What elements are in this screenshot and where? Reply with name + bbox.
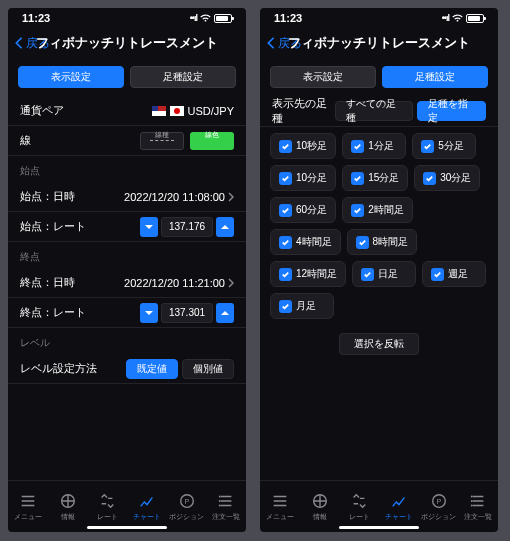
check-icon	[356, 236, 369, 249]
row-start-rate: 始点：レート 137.176	[8, 212, 246, 242]
svg-point-5	[219, 504, 221, 506]
pair-value: USD/JPY	[188, 105, 234, 117]
chip-month[interactable]: 月足	[270, 293, 334, 319]
row-start-datetime[interactable]: 始点：日時 2022/12/20 11:08:00	[8, 182, 246, 212]
end-dt-value: 2022/12/20 11:21:00	[124, 277, 225, 289]
chip-5min[interactable]: 5分足	[412, 133, 476, 159]
battery-icon	[214, 14, 232, 23]
svg-point-4	[219, 500, 221, 502]
chip-week[interactable]: 週足	[422, 261, 486, 287]
chevron-right-icon	[228, 192, 234, 202]
rate-end-down-button[interactable]	[140, 303, 158, 323]
status-icons: ••ıl	[190, 13, 232, 23]
invert-selection-button[interactable]: 選択を反転	[339, 333, 419, 355]
rate-start-up-button[interactable]	[216, 217, 234, 237]
tab-position[interactable]: Pポジション	[167, 483, 207, 530]
wifi-icon	[200, 14, 211, 22]
tab-position[interactable]: Pポジション	[419, 483, 459, 530]
tab-info[interactable]: 情報	[48, 483, 88, 530]
status-bar: 11:23 ••ıl	[8, 8, 246, 28]
wifi-icon	[452, 14, 463, 22]
signal-icon: ••ıl	[442, 13, 449, 23]
tab-menu[interactable]: メニュー	[260, 483, 300, 530]
signal-icon: ••ıl	[190, 13, 197, 23]
tab-rate[interactable]: レート	[339, 483, 379, 530]
check-icon	[351, 140, 364, 153]
check-icon	[279, 236, 292, 249]
rate-end-up-button[interactable]	[216, 303, 234, 323]
specify-legtypes-button[interactable]: 足種を指定	[417, 101, 486, 121]
chip-10sec[interactable]: 10秒足	[270, 133, 336, 159]
all-legtypes-button[interactable]: すべての足種	[335, 101, 413, 121]
check-icon	[279, 204, 292, 217]
svg-point-11	[471, 504, 473, 506]
status-bar: 11:23 ••ıl	[260, 8, 498, 28]
chip-day[interactable]: 日足	[352, 261, 416, 287]
row-end-datetime[interactable]: 終点：日時 2022/12/20 11:21:00	[8, 268, 246, 298]
start-rate-label: 始点：レート	[20, 219, 86, 234]
tab-display-settings[interactable]: 表示設定	[270, 66, 376, 88]
chip-4hour[interactable]: 4時間足	[270, 229, 341, 255]
nav-bar: 戻る フィボナッチリトレースメント	[8, 28, 246, 58]
level-preset-button[interactable]: 既定値	[126, 359, 178, 379]
status-icons: ••ıl	[442, 13, 484, 23]
svg-point-3	[219, 495, 221, 497]
tab-rate[interactable]: レート	[87, 483, 127, 530]
svg-point-9	[471, 495, 473, 497]
status-time: 11:23	[274, 12, 302, 24]
check-icon	[279, 140, 292, 153]
back-label: 戻る	[278, 35, 302, 52]
tab-chart[interactable]: チャート	[379, 483, 419, 530]
target-label: 表示先の足種	[272, 96, 335, 126]
flag-us-icon	[152, 106, 166, 116]
rate-start-down-button[interactable]	[140, 217, 158, 237]
footer-tabbar: メニュー 情報 レート チャート Pポジション 注文一覧	[260, 480, 498, 532]
check-icon	[279, 268, 292, 281]
pair-value-wrap: USD/JPY	[152, 105, 234, 117]
chevron-right-icon	[228, 278, 234, 288]
row-currency-pair[interactable]: 通貨ペア USD/JPY	[8, 96, 246, 126]
end-dt-label: 終点：日時	[20, 275, 75, 290]
back-button[interactable]: 戻る	[266, 35, 302, 52]
row-target-legtype: 表示先の足種 すべての足種 足種を指定	[260, 96, 498, 127]
tab-info[interactable]: 情報	[300, 483, 340, 530]
chip-30min[interactable]: 30分足	[414, 165, 480, 191]
chip-10min[interactable]: 10分足	[270, 165, 336, 191]
chip-8hour[interactable]: 8時間足	[347, 229, 418, 255]
nav-bar: 戻る フィボナッチリトレースメント	[260, 28, 498, 58]
svg-point-10	[471, 500, 473, 502]
chip-2hour[interactable]: 2時間足	[342, 197, 413, 223]
home-indicator	[87, 526, 167, 529]
start-dt-value: 2022/12/20 11:08:00	[124, 191, 225, 203]
tab-orders[interactable]: 注文一覧	[206, 483, 246, 530]
line-color-button[interactable]: 線色	[190, 132, 234, 150]
section-start: 始点	[8, 156, 246, 182]
content-right: 表示設定 足種設定 表示先の足種 すべての足種 足種を指定 10秒足 1分足 5…	[260, 58, 498, 480]
check-icon	[279, 172, 292, 185]
section-level: レベル	[8, 328, 246, 354]
rate-end-field[interactable]: 137.301	[161, 303, 213, 323]
tab-menu[interactable]: メニュー	[8, 483, 48, 530]
back-button[interactable]: 戻る	[14, 35, 50, 52]
tab-display-settings[interactable]: 表示設定	[18, 66, 124, 88]
line-style-button[interactable]: 線種	[140, 132, 184, 150]
segment-control: 表示設定 足種設定	[8, 62, 246, 96]
level-custom-button[interactable]: 個別値	[182, 359, 234, 379]
phone-left: 11:23 ••ıl 戻る フィボナッチリトレースメント 表示設定 足種設定 通…	[8, 8, 246, 532]
phone-right: 11:23 ••ıl 戻る フィボナッチリトレースメント 表示設定 足種設定 表…	[260, 8, 498, 532]
chip-12hour[interactable]: 12時間足	[270, 261, 346, 287]
check-icon	[361, 268, 374, 281]
row-level-method: レベル設定方法 既定値 個別値	[8, 354, 246, 384]
tab-chart[interactable]: チャート	[127, 483, 167, 530]
chip-60min[interactable]: 60分足	[270, 197, 336, 223]
chip-1min[interactable]: 1分足	[342, 133, 406, 159]
rate-start-field[interactable]: 137.176	[161, 217, 213, 237]
tab-legtype-settings[interactable]: 足種設定	[130, 66, 236, 88]
row-end-rate: 終点：レート 137.301	[8, 298, 246, 328]
tab-legtype-settings[interactable]: 足種設定	[382, 66, 488, 88]
level-method-label: レベル設定方法	[20, 361, 97, 376]
tab-orders[interactable]: 注文一覧	[458, 483, 498, 530]
svg-text:P: P	[184, 496, 189, 505]
chip-15min[interactable]: 15分足	[342, 165, 408, 191]
flag-jp-icon	[170, 106, 184, 116]
